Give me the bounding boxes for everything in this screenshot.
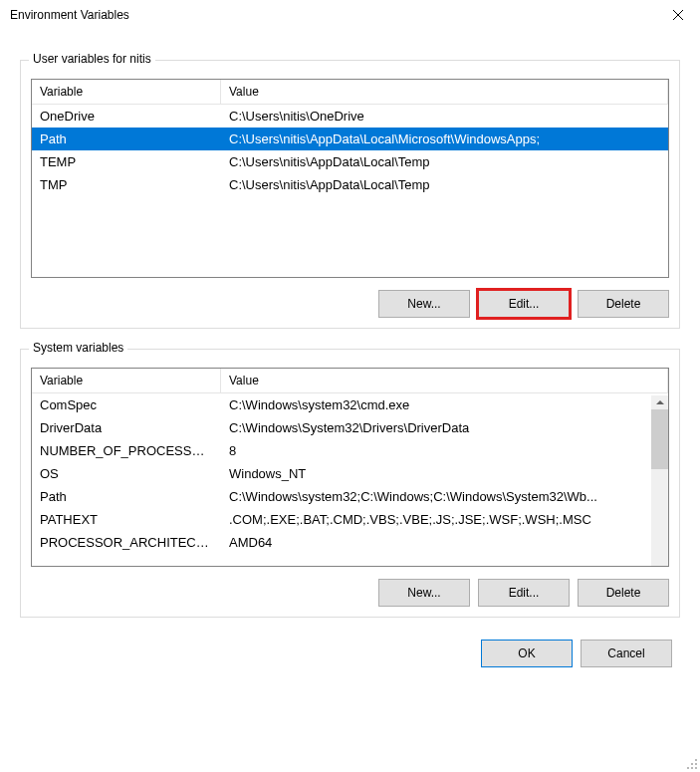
table-row[interactable]: Path C:\Windows\system32;C:\Windows;C:\W…	[32, 485, 668, 508]
cell-variable: NUMBER_OF_PROCESSORS	[32, 442, 221, 459]
cell-value: C:\Windows\system32;C:\Windows;C:\Window…	[221, 488, 668, 505]
table-row[interactable]: NUMBER_OF_PROCESSORS 8	[32, 439, 668, 462]
column-header-variable[interactable]: Variable	[32, 80, 221, 104]
user-variables-label: User variables for nitis	[29, 52, 155, 66]
cell-variable: TMP	[32, 176, 221, 193]
scroll-up-icon[interactable]	[651, 395, 668, 409]
scroll-thumb[interactable]	[651, 409, 668, 469]
column-header-value[interactable]: Value	[221, 369, 668, 392]
cell-value: Windows_NT	[221, 465, 668, 482]
system-variables-group: System variables Variable Value ComSpec …	[20, 349, 680, 618]
cell-value: AMD64	[221, 534, 668, 551]
svg-point-0	[695, 759, 697, 761]
user-variables-group: User variables for nitis Variable Value …	[20, 60, 680, 329]
cell-value: .COM;.EXE;.BAT;.CMD;.VBS;.VBE;.JS;.JSE;.…	[221, 511, 668, 528]
system-variables-list[interactable]: Variable Value ComSpec C:\Windows\system…	[31, 368, 669, 567]
close-button[interactable]	[655, 0, 700, 30]
cell-value: C:\Windows\system32\cmd.exe	[221, 396, 668, 413]
list-header: Variable Value	[32, 80, 668, 105]
cell-variable: Path	[32, 488, 221, 505]
list-header: Variable Value	[32, 369, 668, 393]
system-variables-label: System variables	[29, 341, 127, 355]
cell-variable: OS	[32, 465, 221, 482]
close-icon	[673, 10, 683, 20]
table-row[interactable]: OS Windows_NT	[32, 462, 668, 485]
svg-point-1	[691, 763, 693, 765]
resize-grip-icon[interactable]	[684, 756, 698, 770]
user-variables-list[interactable]: Variable Value OneDrive C:\Users\nitis\O…	[31, 79, 669, 278]
table-row[interactable]: Path C:\Users\nitis\AppData\Local\Micros…	[32, 128, 668, 150]
user-delete-button[interactable]: Delete	[578, 290, 669, 318]
cell-variable: Path	[32, 130, 221, 147]
table-row[interactable]: PATHEXT .COM;.EXE;.BAT;.CMD;.VBS;.VBE;.J…	[32, 508, 668, 531]
cancel-button[interactable]: Cancel	[581, 640, 672, 667]
column-header-value[interactable]: Value	[221, 80, 668, 104]
table-row[interactable]: PROCESSOR_ARCHITECTU... AMD64	[32, 531, 668, 554]
column-header-variable[interactable]: Variable	[32, 369, 221, 392]
system-edit-button[interactable]: Edit...	[478, 579, 570, 607]
cell-variable: OneDrive	[32, 108, 221, 125]
cell-value: C:\Users\nitis\AppData\Local\Temp	[221, 176, 668, 193]
table-row[interactable]: ComSpec C:\Windows\system32\cmd.exe	[32, 393, 668, 416]
table-row[interactable]: TEMP C:\Users\nitis\AppData\Local\Temp	[32, 150, 668, 173]
scrollbar[interactable]	[651, 395, 668, 566]
cell-value: C:\Users\nitis\AppData\Local\Temp	[221, 153, 668, 170]
cell-value: C:\Windows\System32\Drivers\DriverData	[221, 419, 668, 436]
svg-point-3	[687, 767, 689, 769]
cell-value: C:\Users\nitis\OneDrive	[221, 108, 668, 125]
cell-value: 8	[221, 442, 668, 459]
user-edit-button[interactable]: Edit...	[478, 290, 570, 318]
table-row[interactable]: TMP C:\Users\nitis\AppData\Local\Temp	[32, 173, 668, 196]
window-title: Environment Variables	[10, 8, 129, 22]
svg-point-4	[691, 767, 693, 769]
svg-point-2	[695, 763, 697, 765]
table-row[interactable]: DriverData C:\Windows\System32\Drivers\D…	[32, 416, 668, 439]
table-row[interactable]: OneDrive C:\Users\nitis\OneDrive	[32, 105, 668, 128]
cell-variable: ComSpec	[32, 396, 221, 413]
cell-value: C:\Users\nitis\AppData\Local\Microsoft\W…	[221, 130, 668, 147]
system-new-button[interactable]: New...	[378, 579, 470, 607]
svg-point-5	[695, 767, 697, 769]
ok-button[interactable]: OK	[481, 640, 573, 667]
cell-variable: DriverData	[32, 419, 221, 436]
system-delete-button[interactable]: Delete	[578, 579, 669, 607]
cell-variable: PROCESSOR_ARCHITECTU...	[32, 534, 221, 551]
cell-variable: TEMP	[32, 153, 221, 170]
cell-variable: PATHEXT	[32, 511, 221, 528]
user-new-button[interactable]: New...	[378, 290, 470, 318]
titlebar: Environment Variables	[0, 0, 700, 30]
